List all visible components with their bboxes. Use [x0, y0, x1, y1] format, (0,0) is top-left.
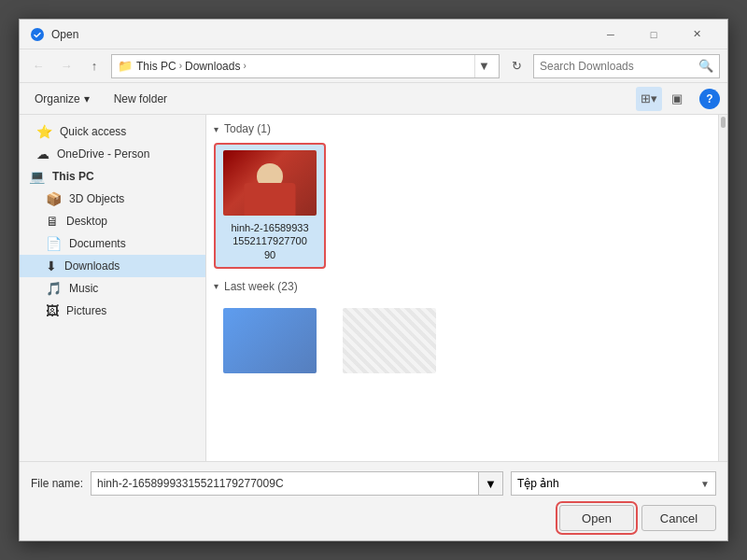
view-buttons: ⊞ ▾ ▣: [636, 87, 690, 111]
close-button[interactable]: ✕: [675, 20, 718, 49]
sidebar-item-pictures[interactable]: 🖼 Pictures: [20, 300, 205, 322]
file-thumbnail-lw1: [223, 308, 317, 373]
pictures-icon: 🖼: [46, 303, 59, 318]
path-segment-thispc: This PC: [136, 60, 176, 73]
sidebar-item-music[interactable]: 🎵 Music: [20, 277, 205, 300]
open-button[interactable]: Open: [559, 505, 634, 531]
maximize-button[interactable]: □: [632, 20, 675, 49]
view-preview-button[interactable]: ▣: [664, 87, 690, 111]
file-area: ▾ Today (1) hinh-2-165899331552117927700…: [206, 115, 718, 461]
sidebar-item-onedrive[interactable]: ☁ OneDrive - Person: [20, 143, 205, 165]
filename-input[interactable]: [91, 471, 479, 496]
view-preview-icon: ▣: [671, 91, 683, 105]
up-button[interactable]: ↑: [83, 55, 106, 77]
help-button[interactable]: ?: [699, 89, 720, 109]
file-grid-today: hinh-2-16589933155211792770090: [214, 143, 711, 269]
sidebar-item-label: Documents: [69, 237, 126, 250]
main-content: ⭐ Quick access ☁ OneDrive - Person 💻 Thi…: [20, 115, 727, 461]
filetype-select[interactable]: Tệp ảnh ▼: [511, 471, 716, 496]
address-path: This PC › Downloads ›: [136, 60, 471, 73]
section-arrow-lastweek: ▾: [214, 281, 218, 291]
address-chevron[interactable]: ▼: [474, 55, 493, 77]
thumbnail-jersey: [245, 183, 296, 216]
action-row: Open Cancel: [31, 505, 716, 531]
file-name-1: hinh-2-16589933155211792770090: [231, 221, 308, 261]
desktop-icon: 🖥: [46, 214, 59, 229]
sidebar-item-label: Desktop: [66, 215, 107, 228]
path-arrow1: ›: [179, 61, 182, 71]
file-thumbnail-1: [223, 150, 317, 216]
search-icon: 🔍: [698, 59, 713, 73]
sidebar-item-label: Music: [69, 282, 98, 295]
search-box[interactable]: 🔍: [533, 54, 720, 78]
section-lastweek-header[interactable]: ▾ Last week (23): [214, 280, 711, 293]
filename-input-wrap: ▼: [91, 471, 503, 496]
organize-arrow: ▾: [84, 92, 90, 105]
section-today-header[interactable]: ▾ Today (1): [214, 122, 711, 135]
section-lastweek-label: Last week (23): [224, 280, 298, 293]
thumbnail-bg: [223, 150, 317, 216]
view-grid-icon: ⊞: [641, 91, 651, 105]
sidebar: ⭐ Quick access ☁ OneDrive - Person 💻 Thi…: [20, 115, 206, 461]
filename-chevron[interactable]: ▼: [479, 471, 503, 496]
new-folder-label: New folder: [114, 92, 167, 105]
file-scrollbar[interactable]: [718, 115, 727, 461]
file-grid-lastweek: [214, 301, 711, 381]
title-bar: Open ─ □ ✕: [20, 20, 727, 49]
bottom-section: File name: ▼ Tệp ảnh ▼ Open Cancel: [20, 461, 727, 540]
filetype-arrow-icon: ▼: [700, 479, 710, 489]
refresh-button[interactable]: ↻: [505, 55, 528, 77]
file-item-1[interactable]: hinh-2-16589933155211792770090: [214, 143, 326, 269]
file-item-lw2[interactable]: [333, 301, 445, 381]
address-bar[interactable]: 📁 This PC › Downloads › ▼: [111, 54, 500, 78]
sidebar-item-label: OneDrive - Person: [57, 147, 149, 161]
sidebar-item-label: Pictures: [66, 304, 106, 317]
window-controls: ─ □ ✕: [589, 20, 718, 49]
sidebar-item-label: Downloads: [64, 259, 120, 273]
sidebar-item-label: This PC: [52, 170, 94, 183]
downloads-icon: ⬇: [46, 259, 57, 273]
filename-row: File name: ▼ Tệp ảnh ▼: [31, 471, 716, 496]
music-icon: 🎵: [46, 281, 62, 296]
3d-objects-icon: 📦: [46, 191, 62, 206]
secondary-toolbar: Organize ▾ New folder ⊞ ▾ ▣ ?: [20, 83, 727, 115]
filename-label: File name:: [31, 477, 83, 490]
sidebar-item-this-pc[interactable]: 💻 This PC: [20, 165, 205, 188]
new-folder-button[interactable]: New folder: [106, 90, 175, 108]
file-thumbnail-lw2: [343, 308, 436, 373]
view-grid-button[interactable]: ⊞ ▾: [636, 87, 662, 111]
back-button[interactable]: ←: [27, 55, 49, 77]
svg-point-0: [31, 28, 44, 41]
minimize-button[interactable]: ─: [589, 20, 632, 49]
onedrive-icon: ☁: [36, 147, 49, 161]
file-item-lw1[interactable]: [214, 301, 326, 381]
path-folder-icon: 📁: [118, 59, 133, 73]
section-arrow-today: ▾: [214, 124, 218, 134]
view-chevron-icon: ▾: [651, 91, 657, 105]
path-segment-downloads: Downloads: [185, 60, 240, 73]
filetype-label: Tệp ảnh: [517, 477, 700, 490]
this-pc-icon: 💻: [29, 169, 45, 184]
sidebar-item-desktop[interactable]: 🖥 Desktop: [20, 210, 205, 232]
dialog-icon: [29, 26, 46, 43]
cancel-button[interactable]: Cancel: [641, 505, 716, 531]
organize-button[interactable]: Organize ▾: [27, 90, 97, 108]
path-arrow2: ›: [243, 61, 246, 71]
open-dialog: Open ─ □ ✕ ← → ↑ 📁 This PC › Downloads ›…: [19, 19, 728, 541]
sidebar-item-quick-access[interactable]: ⭐ Quick access: [20, 120, 205, 143]
organize-label: Organize: [35, 92, 80, 105]
sidebar-item-downloads[interactable]: ⬇ Downloads: [20, 255, 205, 277]
search-input[interactable]: [540, 60, 695, 73]
documents-icon: 📄: [46, 236, 62, 251]
forward-button[interactable]: →: [55, 55, 78, 77]
sidebar-item-documents[interactable]: 📄 Documents: [20, 232, 205, 255]
navigation-toolbar: ← → ↑ 📁 This PC › Downloads › ▼ ↻ 🔍: [20, 49, 727, 83]
quick-access-icon: ⭐: [36, 124, 52, 139]
sidebar-item-label: 3D Objects: [69, 192, 124, 205]
sidebar-item-3d-objects[interactable]: 📦 3D Objects: [20, 188, 205, 210]
sidebar-item-label: Quick access: [60, 125, 126, 138]
section-today-label: Today (1): [224, 122, 271, 135]
dialog-title: Open: [51, 28, 589, 41]
